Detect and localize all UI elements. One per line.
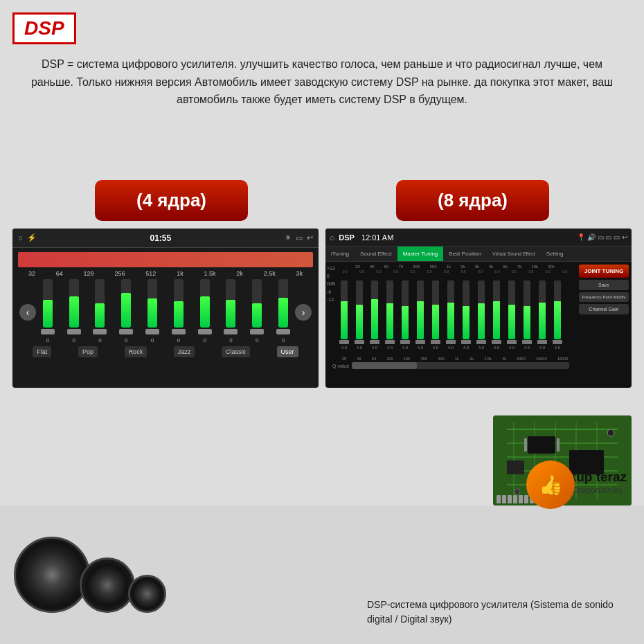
- left-presets: Flat Pop Rock Jazz Classic User: [18, 343, 313, 360]
- left-nav-prev[interactable]: ‹: [19, 304, 36, 321]
- left-slider-2[interactable]: 0: [61, 279, 87, 343]
- svg-rect-18: [497, 495, 501, 503]
- left-slider-7[interactable]: 0: [192, 279, 218, 343]
- left-slider-10[interactable]: 0: [270, 279, 296, 343]
- dsp-badge-label: DSP: [24, 17, 64, 39]
- kup-teraz-text-block: kup teraz (Opcjonalnie): [569, 469, 627, 495]
- svg-rect-23: [524, 495, 528, 503]
- right-dsp-label: DSP: [339, 233, 355, 242]
- kup-teraz-sub: (Opcjonalnie): [569, 485, 627, 495]
- right-slider-5[interactable]: 4.0: [398, 280, 412, 350]
- q-value-label: Q value: [332, 364, 349, 368]
- svg-point-16: [607, 429, 614, 436]
- left-sliders-wrapper: ‹ 0: [18, 281, 313, 343]
- right-time: 12:01 AM: [361, 233, 393, 242]
- right-slider-9[interactable]: 4.0: [459, 280, 473, 350]
- right-sliders-container: 4.0 4.0: [328, 274, 573, 357]
- four-core-button[interactable]: (4 ядра): [95, 180, 248, 221]
- right-slider-1[interactable]: 4.0: [337, 280, 351, 350]
- right-db-scale: +12 6 0dB -6 -12: [327, 265, 335, 303]
- left-eq-screen: ⌂ ⚡ 01:55 ☀ ▭ ↩ 32 64 128 256: [12, 229, 319, 388]
- back-icon: ↩: [307, 233, 313, 242]
- left-slider-5[interactable]: 0: [139, 279, 166, 343]
- right-slider-3[interactable]: 4.0: [368, 280, 382, 350]
- tab-master-tuning[interactable]: Master Tuning: [397, 247, 444, 261]
- left-slider-4[interactable]: 0: [113, 279, 139, 343]
- right-slider-12[interactable]: 4.0: [505, 280, 519, 350]
- preset-flat[interactable]: Flat: [33, 346, 51, 357]
- right-home-icon[interactable]: ⌂: [330, 233, 334, 242]
- eight-core-button[interactable]: (8 ядра): [396, 180, 549, 221]
- home-icon: ⌂: [18, 233, 23, 242]
- right-tab-bar: iTuning Sound Effect Master Tuning Best …: [325, 247, 632, 262]
- right-slider-15[interactable]: 4.0: [551, 280, 564, 350]
- channel-gain-button[interactable]: Channel Gain: [579, 304, 629, 314]
- q-value-fill: [352, 362, 417, 369]
- left-slider-1[interactable]: 0: [35, 279, 61, 343]
- screens-row: ⌂ ⚡ 01:55 ☀ ▭ ↩ 32 64 128 256: [12, 229, 632, 388]
- preset-classic[interactable]: Classic: [222, 346, 250, 357]
- description-content: DSP = система цифрового усилителя. улучш…: [31, 58, 613, 105]
- kup-teraz-badge[interactable]: 👍: [526, 460, 575, 509]
- right-slider-11[interactable]: 4.0: [490, 280, 503, 350]
- right-content: +12 6 0dB -6 -12 30 40 50 70 200 300: [325, 262, 632, 388]
- right-top-bar: ⌂ DSP 12:01 AM 📍 🔊 ▭ ▭ ▭ ↩: [325, 229, 632, 247]
- preset-user[interactable]: User: [277, 346, 298, 357]
- preset-pop[interactable]: Pop: [78, 346, 98, 357]
- right-slider-10[interactable]: 4.0: [474, 280, 488, 350]
- left-slider-9[interactable]: 0: [244, 279, 270, 343]
- svg-rect-22: [519, 495, 523, 503]
- right-slider-7[interactable]: 4.0: [429, 280, 442, 350]
- q-value-row: Q value: [328, 361, 573, 370]
- right-bottom-freq-labels: 25 40 63 100 160 250 400 1k 2k 2.5k 4k 6…: [337, 357, 573, 361]
- usb-icon: ⚡: [27, 233, 37, 242]
- preset-jazz[interactable]: Jazz: [174, 346, 195, 357]
- right-slider-4[interactable]: 4.0: [383, 280, 397, 350]
- freq-point-modify-button[interactable]: Frequency Point Modify: [579, 292, 629, 302]
- svg-rect-20: [508, 495, 512, 503]
- svg-rect-14: [524, 438, 527, 451]
- tab-best-position[interactable]: Best Position: [443, 247, 487, 261]
- left-slider-3[interactable]: 0: [87, 279, 114, 343]
- description-text: DSP = система цифрового усилителя. улучш…: [21, 55, 623, 109]
- speaker-small: [128, 575, 166, 613]
- preset-rock[interactable]: Rock: [125, 346, 147, 357]
- tab-setting[interactable]: Setting: [541, 247, 569, 261]
- buttons-row: (4 ядра) (8 ядра): [21, 180, 623, 221]
- save-button[interactable]: Save: [579, 280, 629, 290]
- speaker-medium: [80, 557, 135, 613]
- svg-rect-19: [502, 495, 506, 503]
- tab-sound-effect[interactable]: Sound Effect: [355, 247, 397, 261]
- svg-rect-15: [557, 438, 560, 451]
- left-slider-thumb-1[interactable]: [41, 329, 55, 334]
- battery-icon: ▭: [296, 233, 303, 242]
- left-slider-6[interactable]: 0: [166, 279, 192, 343]
- kup-teraz-main: kup teraz: [569, 469, 627, 485]
- speakers-area: [14, 537, 166, 613]
- sun-icon: ☀: [285, 233, 292, 242]
- right-slider-8[interactable]: 4.0: [444, 280, 458, 350]
- tab-virtual-sound[interactable]: Virtual Sound Effect: [487, 247, 541, 261]
- joint-tuning-button[interactable]: JOINT TUNING: [579, 265, 629, 278]
- right-freq-top-labels: 30 40 50 70 200 300 1k 2k 3k 4k 5k 7k 10…: [337, 265, 573, 269]
- q-value-slider[interactable]: [352, 362, 569, 369]
- right-slider-2[interactable]: 4.0: [352, 280, 366, 350]
- left-freq-line: [18, 252, 313, 267]
- svg-rect-13: [507, 460, 524, 474]
- left-slider-track-1[interactable]: [43, 279, 53, 328]
- left-eq-area: 32 64 128 256 512 1k 1.5k 2k 2.5k 3k ‹: [12, 248, 319, 363]
- right-slider-6[interactable]: 4.0: [413, 280, 427, 350]
- tab-ituning[interactable]: iTuning: [325, 247, 355, 261]
- right-slider-14[interactable]: 4.0: [535, 280, 549, 350]
- left-nav-next[interactable]: ›: [295, 304, 312, 321]
- svg-rect-11: [528, 436, 555, 454]
- right-icons: 📍 🔊 ▭ ▭ ▭ ↩: [577, 233, 627, 241]
- left-top-bar: ⌂ ⚡ 01:55 ☀ ▭ ↩: [12, 229, 319, 248]
- right-slider-13[interactable]: 4.0: [520, 280, 534, 350]
- thumbs-up-icon: 👍: [539, 474, 563, 497]
- right-eq-main: +12 6 0dB -6 -12 30 40 50 70 200 300: [325, 262, 576, 388]
- bottom-section: DSP-система цифрового усилителя (Sistema…: [0, 506, 644, 644]
- dsp-badge: DSP: [12, 12, 76, 44]
- left-slider-8[interactable]: 0: [218, 279, 244, 343]
- svg-point-17: [515, 489, 520, 494]
